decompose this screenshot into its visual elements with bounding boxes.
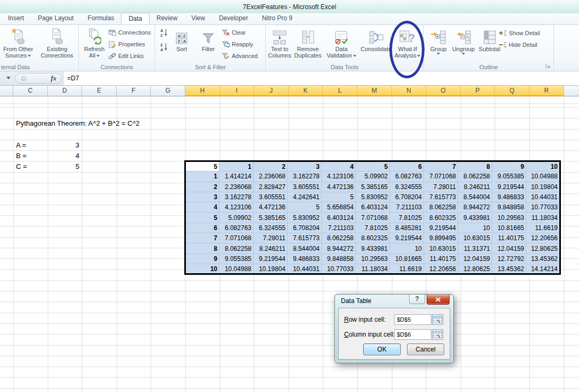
table-cell[interactable]: 10.04988: [526, 172, 560, 182]
column-header-E[interactable]: E: [82, 86, 117, 96]
table-cell[interactable]: 10.63015: [458, 233, 492, 243]
table-cell[interactable]: 8.602325: [356, 233, 390, 243]
table-cell[interactable]: 6.403124: [322, 213, 356, 223]
table-cell[interactable]: 8.944272: [322, 243, 356, 254]
table-cell[interactable]: 2.828427: [254, 182, 288, 192]
table-cell[interactable]: 8.062258: [322, 233, 356, 243]
table-cell[interactable]: 10.44031: [526, 192, 560, 202]
table-cell[interactable]: 3: [185, 192, 219, 202]
table-cell[interactable]: 8.062258: [458, 172, 492, 182]
show-detail-button[interactable]: Show Detail: [499, 28, 540, 38]
table-cell[interactable]: 10.77033: [526, 202, 560, 213]
table-cell[interactable]: 9.219544: [492, 182, 526, 192]
table-cell[interactable]: 11.18034: [356, 264, 390, 274]
tab-developer[interactable]: Developer: [212, 13, 255, 24]
table-cell[interactable]: 1: [185, 172, 219, 182]
filter-button[interactable]: Filter: [196, 27, 221, 66]
table-cell[interactable]: 8.544004: [458, 192, 492, 202]
table-cell[interactable]: 8.246211: [254, 243, 288, 254]
table-cell[interactable]: 6.708204: [288, 223, 322, 233]
what-if-table[interactable]: 51234567891011.4142142.2360683.1622784.1…: [184, 160, 561, 275]
table-cell[interactable]: 2: [254, 161, 288, 172]
column-header-S[interactable]: S: [564, 86, 579, 96]
table-cell[interactable]: 12.80625: [458, 264, 492, 274]
table-cell[interactable]: 7.071068: [356, 213, 390, 223]
clear-filter-button[interactable]: Clear: [222, 27, 246, 38]
table-cell[interactable]: 5.09902: [356, 172, 390, 182]
table-cell[interactable]: 7.211103: [390, 202, 424, 213]
table-cell[interactable]: 8.246211: [458, 182, 492, 192]
advanced-filter-button[interactable]: Advanced: [222, 51, 258, 61]
properties-button[interactable]: Properties: [108, 39, 145, 50]
table-cell[interactable]: 10.77033: [322, 264, 356, 274]
table-cell[interactable]: 3.162278: [219, 192, 254, 202]
column-header-K[interactable]: K: [289, 86, 323, 96]
tab-insert[interactable]: Insert: [1, 13, 31, 24]
table-cell[interactable]: 11.6619: [390, 264, 424, 274]
table-cell[interactable]: 6: [390, 161, 424, 172]
table-cell[interactable]: 4.472136: [322, 182, 356, 192]
table-cell[interactable]: 6: [185, 223, 219, 233]
table-cell[interactable]: 8.062258: [424, 202, 458, 213]
table-cell[interactable]: 9.055385: [219, 254, 254, 264]
table-cell[interactable]: 5: [185, 161, 219, 172]
table-cell[interactable]: 9: [185, 254, 219, 264]
table-cell[interactable]: 7: [424, 161, 458, 172]
table-cell[interactable]: 8: [185, 243, 219, 254]
table-cell[interactable]: 5.385165: [356, 182, 390, 192]
text-to-columns-button[interactable]: Text to Columns: [266, 27, 293, 66]
table-cell[interactable]: 9.848858: [492, 202, 526, 213]
table-cell[interactable]: 7.81025: [356, 223, 390, 233]
table-cell[interactable]: 7: [185, 233, 219, 243]
table-cell[interactable]: 3.605551: [288, 182, 322, 192]
window-titlebar[interactable]: 7ExcelFeatures - Microsoft Excel: [0, 0, 579, 13]
dialog-help-button[interactable]: ?: [409, 295, 425, 304]
column-header-I[interactable]: I: [220, 86, 255, 96]
table-cell[interactable]: 10.81665: [390, 254, 424, 264]
column-header-D[interactable]: D: [48, 86, 83, 96]
insert-function-button[interactable]: fx: [51, 74, 56, 83]
table-cell[interactable]: 5.830952: [356, 192, 390, 202]
table-cell[interactable]: 14.14214: [526, 264, 560, 274]
row-input-cell-field[interactable]: $D$5: [394, 314, 431, 325]
table-cell[interactable]: 7.28011: [424, 182, 458, 192]
table-cell[interactable]: 7.615773: [424, 192, 458, 202]
table-cell[interactable]: 10.81665: [492, 223, 526, 233]
table-cell[interactable]: 4.123106: [219, 202, 254, 213]
table-cell[interactable]: 12.04159: [492, 243, 526, 254]
table-cell[interactable]: 8.544004: [288, 243, 322, 254]
table-cell[interactable]: 10: [390, 243, 424, 254]
table-cell[interactable]: 6.082763: [219, 223, 254, 233]
table-cell[interactable]: 9.433981: [458, 213, 492, 223]
table-cell[interactable]: 6.708204: [390, 192, 424, 202]
table-cell[interactable]: 8.485281: [390, 223, 424, 233]
row-input-range-picker[interactable]: [432, 314, 443, 325]
column-header-R[interactable]: R: [529, 86, 564, 96]
ungroup-button[interactable]: Ungroup: [450, 27, 477, 66]
table-cell[interactable]: 12.80625: [526, 243, 560, 254]
table-cell[interactable]: 8.062258: [219, 243, 254, 254]
table-cell[interactable]: 9.486833: [492, 192, 526, 202]
table-cell[interactable]: 10.29563: [492, 213, 526, 223]
table-cell[interactable]: 9.848858: [322, 254, 356, 264]
table-cell[interactable]: 10: [185, 264, 219, 274]
dialog-close-button[interactable]: [427, 295, 450, 305]
table-cell[interactable]: 4: [185, 202, 219, 213]
column-header-J[interactable]: J: [254, 86, 289, 96]
table-cell[interactable]: 4: [322, 161, 356, 172]
cancel-button[interactable]: Cancel: [407, 344, 444, 355]
edit-links-button[interactable]: Edit Links: [108, 51, 144, 61]
table-cell[interactable]: 10: [458, 223, 492, 233]
table-cell[interactable]: 1: [219, 161, 254, 172]
table-cell[interactable]: 5.656854: [322, 202, 356, 213]
table-cell[interactable]: 7.211103: [322, 223, 356, 233]
table-cell[interactable]: 9.219544: [390, 233, 424, 243]
table-cell[interactable]: 10.63015: [424, 243, 458, 254]
group-button[interactable]: Group: [427, 27, 450, 66]
table-cell[interactable]: 13.45362: [526, 254, 560, 264]
column-input-cell-field[interactable]: $D$6: [394, 329, 431, 340]
column-header-L[interactable]: L: [323, 86, 357, 96]
tab-nitro-pro-9[interactable]: Nitro Pro 9: [255, 13, 299, 24]
remove-duplicates-button[interactable]: Remove Duplicates: [291, 27, 324, 66]
column-header-Q[interactable]: Q: [495, 86, 529, 96]
